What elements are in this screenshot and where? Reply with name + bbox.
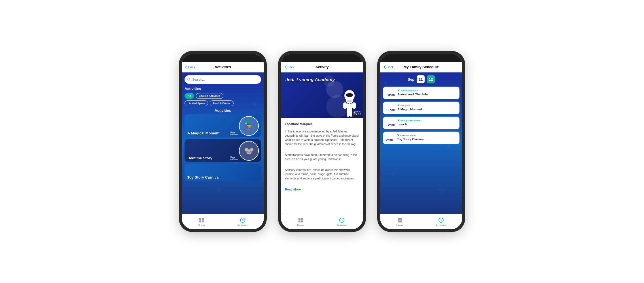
activity-card-0[interactable]: 🦆 Mickey and friends A Magical Moment xyxy=(185,114,261,137)
svg-rect-26 xyxy=(400,220,402,222)
svg-rect-17 xyxy=(348,105,351,105)
home-icon-3 xyxy=(397,217,403,223)
activities-icon xyxy=(240,217,246,223)
date-btn-11[interactable]: 11 xyxy=(417,75,425,83)
back-button-1[interactable]: Back xyxy=(185,65,195,69)
filter-food[interactable]: Food & Drinks xyxy=(210,100,234,106)
schedule-item-1[interactable]: 11:30 Marquee A Magic Moment xyxy=(383,102,459,114)
activity-name-0: Arrival and Check-In xyxy=(397,93,457,96)
schedule-info-0: My Disney Wish Arrival and Check-In xyxy=(397,89,457,96)
date-btn-12[interactable]: 12 xyxy=(427,75,435,83)
svg-rect-23 xyxy=(398,218,400,220)
svg-rect-25 xyxy=(398,220,400,222)
read-more-link[interactable]: Read More xyxy=(285,187,359,192)
nav-home-2[interactable]: Home xyxy=(297,217,304,227)
location-icon-1 xyxy=(397,104,400,107)
activity-card-1[interactable]: 🐭 Mickey and friends Bedtime Story xyxy=(185,139,261,162)
activity-name-3: Toy Story Carnival xyxy=(397,138,457,141)
card-title-0: A Magical Moment xyxy=(185,129,223,137)
activity-card-2[interactable]: Toy Story Carnival xyxy=(185,164,261,181)
phone-3: Back My Family Schedule xyxy=(377,51,465,232)
phone-1: Back Activities xyxy=(179,51,267,232)
schedule-item-2[interactable]: 12:30 Henry's Restaurant Lunch xyxy=(383,117,459,129)
venue-name-0: My Disney Wish xyxy=(401,89,418,92)
location-icon-3 xyxy=(397,134,399,137)
card-logo-1: Mickey and friends xyxy=(230,156,238,160)
star-wars-logo: STAR WARS xyxy=(353,111,361,115)
schedule-list: 10:30 My Disney Wish Arrival and Check-I… xyxy=(383,87,459,211)
activities-icon-3 xyxy=(438,217,444,223)
nav-title-3: My Family Schedule xyxy=(404,65,439,69)
svg-rect-10 xyxy=(347,102,352,110)
svg-rect-14 xyxy=(349,109,352,117)
bottom-nav-2: Home Activities xyxy=(281,214,363,229)
svg-rect-12 xyxy=(352,102,356,109)
schedule-info-3: Carnival Room Toy Story Carnival xyxy=(397,134,457,141)
notch-bar-1 xyxy=(182,54,264,62)
venue-name-2: Henry's Restaurant xyxy=(401,119,421,122)
nav-home-3[interactable]: Home xyxy=(397,217,403,227)
nav-activities-1[interactable]: Activities xyxy=(238,217,248,227)
card-character-1: 🐭 xyxy=(239,141,259,161)
svg-rect-18 xyxy=(298,218,300,220)
schedule-info-2: Henry's Restaurant Lunch xyxy=(397,119,457,126)
venue-name-3: Carnival Room xyxy=(400,134,416,137)
filter-booked[interactable]: Booked Activities xyxy=(196,93,223,99)
schedule-time-0: 10:30 xyxy=(386,89,395,97)
schedule-venue-3: Carnival Room xyxy=(397,134,457,137)
detail-bg: Jedi Training Academy xyxy=(281,72,363,214)
home-icon-2 xyxy=(298,217,304,223)
location-icon-2 xyxy=(397,119,400,122)
nav-title-1: Activities xyxy=(215,65,231,69)
detail-desc-2: Sensory Information: Please be aware thi… xyxy=(285,168,359,181)
scene: Back Activities xyxy=(0,0,644,283)
activity-name-2: Lunch xyxy=(397,123,457,126)
nav-header-2: Back Activity xyxy=(281,62,363,72)
svg-rect-20 xyxy=(298,220,300,222)
notch-bar-2 xyxy=(281,54,363,62)
activity-name-1: A Magic Moment xyxy=(397,108,457,111)
card-character-0: 🦆 xyxy=(239,116,259,136)
screen-3: Sep 11 12 10:30 My Disney Wish xyxy=(380,72,462,214)
filter-all[interactable]: All xyxy=(185,93,194,99)
svg-rect-15 xyxy=(348,103,349,104)
nav-home-1[interactable]: Home xyxy=(198,217,205,227)
schedule-venue-0: My Disney Wish xyxy=(397,89,457,92)
filter-limited[interactable]: Limited Space xyxy=(185,100,208,106)
home-icon xyxy=(198,217,205,223)
nav-activities-2[interactable]: Activities xyxy=(337,217,347,227)
card-title-1: Bedtime Story xyxy=(185,154,215,162)
schedule-item-0[interactable]: 10:30 My Disney Wish Arrival and Check-I… xyxy=(383,87,459,99)
back-button-3[interactable]: Back xyxy=(384,65,393,69)
screen-1: Activities All Booked Activities Limited… xyxy=(182,72,264,214)
schedule-time-3: 2:30 xyxy=(386,134,395,142)
svg-rect-9 xyxy=(347,100,352,102)
search-input[interactable] xyxy=(192,78,258,81)
schedule-venue-1: Marquee xyxy=(397,104,457,107)
activities-section-title: Activities xyxy=(185,108,261,113)
nav-activities-3[interactable]: Activities xyxy=(436,217,446,227)
activities-bg: Activities All Booked Activities Limited… xyxy=(182,72,264,214)
card-title-2: Toy Story Carnival xyxy=(185,173,223,181)
svg-point-8 xyxy=(346,93,353,97)
svg-rect-13 xyxy=(347,109,349,117)
filter-row-2: Limited Space Food & Drinks xyxy=(185,100,261,106)
screen-2: Jedi Training Academy xyxy=(281,72,363,214)
activity-hero: Jedi Training Academy xyxy=(281,72,363,118)
svg-rect-3 xyxy=(199,220,201,222)
venue-name-1: Marquee xyxy=(401,104,410,107)
search-bar[interactable] xyxy=(185,75,261,84)
schedule-item-3[interactable]: 2:30 Carnival Room Toy Story Carnival xyxy=(383,132,459,144)
detail-desc-1: Stormtroopers have been rumoured to be p… xyxy=(285,153,359,161)
schedule-time-1: 11:30 xyxy=(386,104,395,112)
svg-rect-16 xyxy=(350,103,351,104)
activities-icon-2 xyxy=(339,217,345,223)
card-logo-0: Mickey and friends xyxy=(230,131,238,135)
svg-rect-11 xyxy=(343,102,347,109)
svg-rect-21 xyxy=(301,220,303,222)
back-button-2[interactable]: Back xyxy=(284,65,294,69)
svg-rect-19 xyxy=(301,218,303,220)
date-selector: Sep 11 12 xyxy=(383,75,459,83)
bottom-nav-3: Home Activities xyxy=(380,214,462,229)
schedule-info-1: Marquee A Magic Moment xyxy=(397,104,457,111)
